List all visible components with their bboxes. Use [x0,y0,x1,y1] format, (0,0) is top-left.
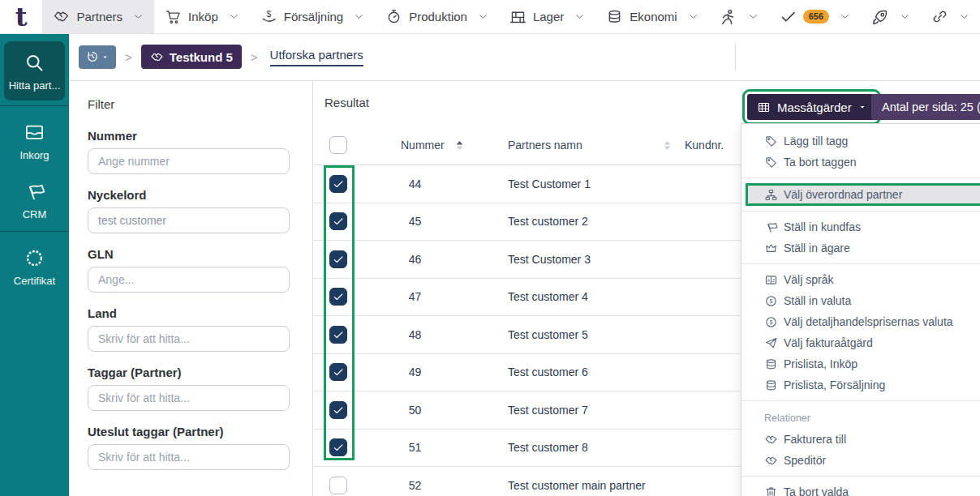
nav-item-produktion[interactable]: Produktion [375,0,499,33]
check-icon [333,216,344,227]
row-checkbox[interactable] [329,212,347,230]
sidebar-item-certifikat[interactable]: Certifikat [0,237,69,296]
sidebar-item-crm[interactable]: CRM [0,170,69,229]
row-checkbox[interactable] [329,477,347,494]
history-dropdown-button[interactable] [79,45,116,69]
handshake-icon [150,50,164,64]
check-icon [333,329,344,340]
chevron-down-icon [688,11,698,22]
select-all-checkbox[interactable] [329,136,347,154]
sidebar-divider [0,105,69,106]
menu-divider [741,211,980,212]
breadcrumb-separator: > [251,50,258,64]
nav-label: Lager [533,10,564,24]
certificate-icon [24,247,45,269]
crown-icon [764,242,778,255]
filter-label-nummer: Nummer [88,129,290,143]
sidebar-item-hitta-partner[interactable]: Hitta part... [4,41,65,100]
nav-item-activities[interactable] [709,0,769,33]
rocket-icon [871,8,889,26]
filter-label-uteslut-taggar: Uteslut taggar (Partner) [88,425,290,438]
nav-item-forsaljning[interactable]: Försäljning [250,0,375,33]
row-checkbox[interactable] [329,250,347,268]
flag-icon [764,220,778,234]
chevron-down-icon [478,11,488,22]
breadcrumb-current-page[interactable]: Utforska partners [270,48,363,66]
row-checkbox[interactable] [329,438,347,456]
land-input[interactable] [88,326,290,352]
uteslut-taggar-input[interactable] [88,444,290,470]
menu-divider [741,177,980,178]
menu-item-valj-fakturaatgard[interactable]: Välj fakturaåtgärd [741,332,980,353]
nyckelord-input[interactable] [88,207,290,233]
menu-item-stall-in-kundfas[interactable]: Ställ in kundfas [741,216,980,237]
row-checkbox[interactable] [329,326,347,344]
nav-label: Inköp [188,10,218,24]
cell-partner-name: Test customer main partner [466,479,685,492]
row-checkbox[interactable] [329,363,347,381]
menu-item-speditor[interactable]: Speditör [741,450,980,471]
nav-item-partners[interactable]: Partners [42,0,154,33]
cell-partner-name: Test customer 5 [466,328,685,341]
tag-icon [764,156,778,169]
org-chart-icon [764,188,778,202]
cell-number: 52 [364,479,466,492]
nav-item-ekonomi[interactable]: Ekonomi [595,0,708,33]
bulk-actions-menu: Lägg till tagg Ta bort taggen Välj övero… [741,123,980,496]
row-checkbox[interactable] [329,401,347,419]
chevron-down-icon [574,11,585,22]
row-checkbox[interactable] [329,175,347,193]
app-logo[interactable]: t [0,0,42,33]
menu-item-ta-bort-taggen[interactable]: Ta bort taggen [741,152,980,173]
check-icon [333,178,344,190]
history-icon [86,50,99,63]
breadcrumb-divider [735,43,736,71]
column-header-partners-namn[interactable]: Partners namn [466,126,685,165]
cell-partner-name: Test customer 4 [466,290,685,303]
handshake-icon [53,8,70,25]
nav-label: Försäljning [284,10,343,24]
cell-number: 45 [364,215,466,228]
menu-item-fakturera-till[interactable]: Fakturera till [741,429,980,450]
tasks-count-badge: 656 [803,10,829,24]
menu-item-valj-overordnad-partner[interactable]: Välj överordnad partner [746,183,980,206]
menu-item-stall-in-agare[interactable]: Ställ in ägare [741,237,980,259]
chevron-down-icon [748,11,759,22]
menu-item-prislista-forsaljning[interactable]: Prislista, Försäljning [741,374,980,396]
chevron-down-icon [354,11,364,22]
gln-input[interactable] [88,267,290,293]
nav-item-launch[interactable] [861,0,921,33]
main-nav: Partners Inköp Försäljning Produktion La [42,0,980,33]
nav-item-lager[interactable]: Lager [499,0,595,33]
currency-icon [764,294,778,308]
menu-item-valj-detaljhandelsprisernas-valuta[interactable]: Välj detaljhandelsprisernas valuta [741,311,980,332]
check-icon [333,442,344,453]
sidebar-item-label: Inkorg [19,149,49,161]
taggar-input[interactable] [88,385,290,411]
nav-item-tasks[interactable]: 656 [769,0,861,33]
breadcrumb-tenant-button[interactable]: Testkund 5 [141,45,242,69]
caret-down-icon [101,53,109,61]
menu-divider [741,400,980,401]
row-checkbox[interactable] [329,288,347,306]
flag-icon [24,181,45,203]
menu-item-valj-sprak[interactable]: Välj språk [741,269,980,290]
top-nav-bar: t Partners Inköp Försäljning Produktion [0,0,980,34]
menu-item-lagg-till-tagg[interactable]: Lägg till tagg [741,130,980,152]
nummer-input[interactable] [88,148,290,174]
check-icon [333,254,344,265]
column-header-nummer[interactable]: Nummer [364,126,466,165]
nav-item-links[interactable] [921,0,980,33]
menu-item-ta-bort-valda[interactable]: Ta bort valda [741,481,980,496]
cell-number: 51 [364,441,466,454]
sidebar-item-inkorg[interactable]: Inkorg [0,111,69,170]
cell-number: 50 [364,404,466,417]
menu-item-stall-in-valuta[interactable]: Ställ in valuta [741,290,980,311]
menu-item-prislista-inkop[interactable]: Prislista, Inköp [741,353,980,374]
check-icon [333,404,344,416]
results-title: Resultat [325,96,369,109]
cell-partner-name: Test customer 7 [466,404,685,417]
page-size-button[interactable]: Antal per sida: 25 (9 [871,94,980,120]
bulk-actions-button[interactable]: Massåtgärder [747,94,876,120]
nav-item-inkop[interactable]: Inköp [154,0,250,33]
